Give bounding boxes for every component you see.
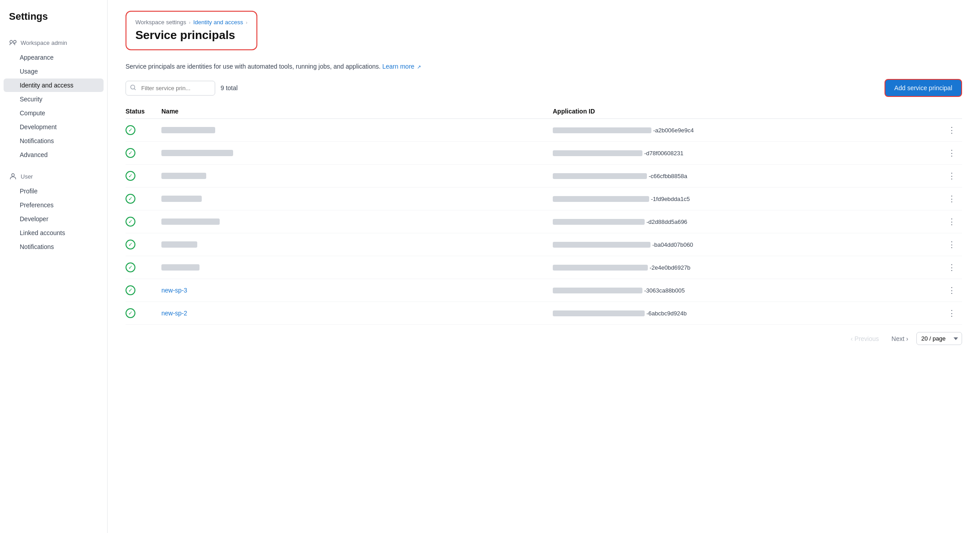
name-cell-3 <box>161 196 553 202</box>
sidebar-item-linked-accounts[interactable]: Linked accounts <box>4 226 104 240</box>
appid-cell-5: -ba04dd07b060 <box>553 241 944 248</box>
breadcrumb-identity[interactable]: Identity and access <box>193 19 243 26</box>
appid-cell-3: -1fd9ebdda1c5 <box>553 196 944 202</box>
next-label: Next <box>892 335 905 342</box>
toolbar: 9 total Add service principal <box>126 79 962 97</box>
workspace-admin-label: Workspace admin <box>21 39 67 46</box>
external-link-icon: ↗ <box>417 64 421 70</box>
sidebar-item-security[interactable]: Security <box>4 92 104 106</box>
active-status-icon: ✓ <box>126 171 135 181</box>
name-blurred-6 <box>161 264 199 271</box>
sidebar-item-advanced[interactable]: Advanced <box>4 148 104 162</box>
more-button-2[interactable]: ⋮ <box>944 169 959 183</box>
more-cell-4: ⋮ <box>944 215 962 228</box>
user-section: User <box>0 169 107 184</box>
appid-blurred-6 <box>553 265 648 271</box>
learn-more-link[interactable]: Learn more ↗ <box>382 63 421 70</box>
workspace-admin-icon <box>9 39 17 47</box>
appid-suffix-3: -1fd9ebdda1c5 <box>651 196 690 202</box>
col-status: Status <box>126 108 161 115</box>
sp-name-link-7[interactable]: new-sp-3 <box>161 287 187 294</box>
search-icon <box>130 84 136 92</box>
next-button[interactable]: Next › <box>887 332 913 345</box>
table-row: ✓new-sp-3-3063ca88b005⋮ <box>126 279 962 302</box>
appid-cell-4: -d2d88dd5a696 <box>553 218 944 225</box>
more-button-4[interactable]: ⋮ <box>944 215 959 228</box>
status-cell-7: ✓ <box>126 285 161 295</box>
sidebar-item-developer[interactable]: Developer <box>4 212 104 226</box>
more-button-1[interactable]: ⋮ <box>944 146 959 160</box>
appid-suffix-5: -ba04dd07b060 <box>652 241 693 248</box>
active-status-icon: ✓ <box>126 240 135 249</box>
appid-blurred-3 <box>553 196 649 202</box>
filter-input[interactable] <box>126 81 215 96</box>
pagination: ‹ Previous Next › 20 / page 50 / page 10… <box>126 332 962 345</box>
previous-button[interactable]: ‹ Previous <box>846 332 883 345</box>
appid-suffix-0: -a2b006e9e9c4 <box>653 127 694 134</box>
workspace-admin-items: AppearanceUsageIdentity and accessSecuri… <box>0 51 107 162</box>
name-blurred-5 <box>161 241 197 248</box>
active-status-icon: ✓ <box>126 194 135 204</box>
name-cell-8: new-sp-2 <box>161 310 553 317</box>
col-name: Name <box>161 108 553 115</box>
table-row: ✓-1fd9ebdda1c5⋮ <box>126 188 962 210</box>
name-cell-2 <box>161 173 553 179</box>
sidebar-item-development[interactable]: Development <box>4 120 104 134</box>
more-cell-6: ⋮ <box>944 261 962 274</box>
more-button-6[interactable]: ⋮ <box>944 261 959 274</box>
appid-blurred-0 <box>553 127 651 133</box>
sidebar-item-notifications[interactable]: Notifications <box>4 134 104 148</box>
svg-rect-0 <box>10 40 13 43</box>
more-cell-5: ⋮ <box>944 238 962 251</box>
more-cell-1: ⋮ <box>944 146 962 160</box>
sidebar: Settings Workspace admin AppearanceUsage… <box>0 0 108 533</box>
sidebar-item-appearance[interactable]: Appearance <box>4 51 104 64</box>
table-row: ✓new-sp-2-6abcbc9d924b⋮ <box>126 302 962 325</box>
breadcrumb-workspace[interactable]: Workspace settings <box>135 19 186 26</box>
name-blurred-2 <box>161 173 206 179</box>
appid-cell-0: -a2b006e9e9c4 <box>553 127 944 134</box>
previous-label: Previous <box>854 335 879 342</box>
sidebar-item-usage[interactable]: Usage <box>4 65 104 78</box>
more-button-8[interactable]: ⋮ <box>944 306 959 320</box>
sidebar-item-identity-and-access[interactable]: Identity and access <box>4 79 104 92</box>
more-button-5[interactable]: ⋮ <box>944 238 959 251</box>
more-cell-3: ⋮ <box>944 192 962 205</box>
breadcrumb: Workspace settings › Identity and access… <box>135 19 247 26</box>
page-title: Service principals <box>135 28 247 42</box>
sp-name-link-8[interactable]: new-sp-2 <box>161 310 187 317</box>
appid-suffix-4: -d2d88dd5a696 <box>646 218 687 225</box>
name-cell-0 <box>161 127 553 133</box>
sidebar-item-compute[interactable]: Compute <box>4 106 104 120</box>
more-cell-0: ⋮ <box>944 123 962 137</box>
toolbar-left: 9 total <box>126 81 238 96</box>
more-button-0[interactable]: ⋮ <box>944 123 959 137</box>
appid-blurred-8 <box>553 310 645 316</box>
more-button-7[interactable]: ⋮ <box>944 284 959 297</box>
status-cell-5: ✓ <box>126 240 161 249</box>
total-count: 9 total <box>221 84 238 92</box>
active-status-icon: ✓ <box>126 125 135 135</box>
name-cell-7: new-sp-3 <box>161 287 553 294</box>
table-row: ✓-ba04dd07b060⋮ <box>126 233 962 256</box>
chevron-icon-2: › <box>246 20 247 25</box>
user-section-icon <box>9 172 17 180</box>
service-principals-table: Status Name Application ID ✓-a2b006e9e9c… <box>126 104 962 325</box>
appid-cell-6: -2e4e0bd6927b <box>553 264 944 271</box>
add-service-principal-button[interactable]: Add service principal <box>885 79 962 97</box>
name-blurred-1 <box>161 150 233 156</box>
status-cell-0: ✓ <box>126 125 161 135</box>
name-blurred-3 <box>161 196 202 202</box>
more-button-3[interactable]: ⋮ <box>944 192 959 205</box>
description: Service principals are identities for us… <box>126 63 962 70</box>
sidebar-item-profile[interactable]: Profile <box>4 184 104 198</box>
more-cell-8: ⋮ <box>944 306 962 320</box>
svg-point-2 <box>12 174 14 176</box>
status-cell-8: ✓ <box>126 308 161 318</box>
header-box: Workspace settings › Identity and access… <box>126 11 257 50</box>
sidebar-item-preferences[interactable]: Preferences <box>4 198 104 212</box>
page-size-select[interactable]: 20 / page 50 / page 100 / page <box>916 332 962 345</box>
sidebar-item-user-notifications[interactable]: Notifications <box>4 240 104 253</box>
name-cell-1 <box>161 150 553 156</box>
name-cell-5 <box>161 241 553 248</box>
